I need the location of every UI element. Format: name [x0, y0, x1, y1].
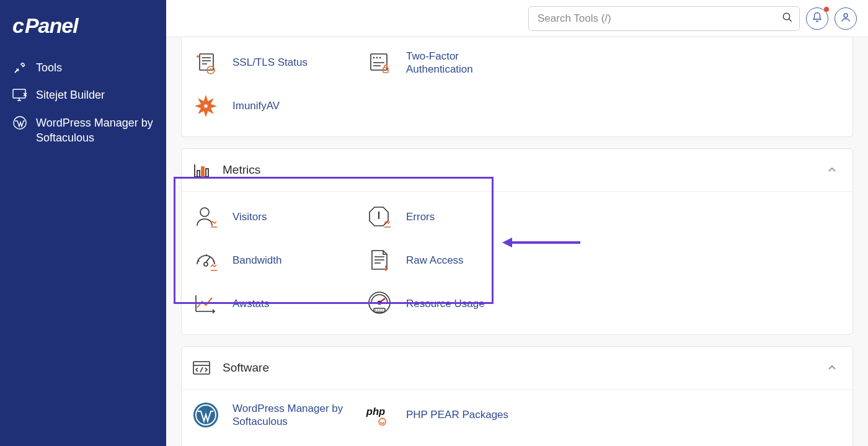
panel-header-metrics[interactable]: Metrics — [182, 149, 852, 192]
awstats-icon — [192, 290, 220, 318]
svg-rect-26 — [193, 362, 210, 374]
bell-icon — [812, 12, 823, 25]
svg-text:php: php — [366, 406, 385, 417]
tool-label: Resource Usage — [406, 297, 485, 310]
sidebar-item-label: Sitejet Builder — [36, 87, 105, 102]
brand-logo[interactable]: cPanel — [12, 14, 154, 38]
svg-point-20 — [200, 208, 209, 216]
account-button[interactable] — [835, 7, 857, 30]
tool-visitors[interactable]: Visitors — [192, 197, 365, 238]
two-factor-icon — [365, 48, 394, 77]
tool-two-factor[interactable]: Two-Factor Authentication — [365, 42, 539, 83]
svg-point-24 — [378, 301, 381, 305]
chevron-up-icon[interactable] — [826, 362, 838, 373]
tool-optimize-website[interactable]: Optimize Website — [192, 438, 365, 446]
tool-raw-access[interactable]: Raw Access — [365, 240, 539, 281]
tool-label: Bandwidth — [232, 254, 281, 267]
tool-resource-usage[interactable]: Resource Usage — [365, 283, 539, 324]
notification-dot — [824, 7, 829, 12]
tool-label: Two-Factor Authentication — [406, 50, 518, 76]
main-content: SSL/TLS Status Two-Factor Authentication — [166, 37, 868, 446]
svg-rect-5 — [200, 54, 213, 70]
bandwidth-icon — [192, 246, 220, 275]
panel-header-software[interactable]: Software — [182, 347, 852, 390]
tool-php-pear[interactable]: php PHP PEAR Packages — [365, 395, 539, 435]
svg-rect-19 — [206, 169, 208, 177]
tool-label: Raw Access — [406, 254, 464, 267]
panel-title: Software — [223, 361, 815, 375]
sidebar-item-label: Tools — [36, 60, 62, 75]
svg-point-4 — [844, 14, 848, 17]
search-icon[interactable] — [782, 12, 793, 25]
svg-point-22 — [204, 262, 208, 266]
wrench-icon — [12, 60, 27, 75]
search-box[interactable] — [528, 6, 800, 31]
svg-rect-1 — [13, 89, 25, 98]
sidebar-item-tools[interactable]: Tools — [12, 54, 154, 81]
sidebar: cPanel Tools Sitejet Builder — [0, 0, 166, 446]
bar-chart-icon — [192, 160, 211, 180]
errors-icon — [365, 203, 394, 231]
tool-ssl-tls-status[interactable]: SSL/TLS Status — [192, 42, 365, 83]
svg-rect-17 — [197, 171, 200, 177]
tool-label: SSL/TLS Status — [232, 56, 308, 69]
tool-label: WordPress Manager by Softaculous — [232, 402, 344, 429]
monitor-icon — [12, 87, 27, 102]
sidebar-item-sitejet[interactable]: Sitejet Builder — [12, 81, 154, 109]
tool-errors[interactable]: Errors — [365, 197, 539, 238]
code-window-icon — [192, 358, 211, 378]
svg-rect-18 — [202, 167, 204, 177]
panel-metrics: Metrics Visitors — [181, 148, 853, 335]
notifications-button[interactable] — [806, 7, 828, 30]
tool-label: Awstats — [232, 297, 269, 310]
raw-access-icon — [365, 246, 394, 275]
wordpress-icon — [12, 115, 27, 130]
user-icon — [840, 12, 851, 25]
visitors-icon — [192, 203, 220, 231]
tool-awstats[interactable]: Awstats — [192, 283, 365, 324]
panel-software: Software WordPress Manager by Softaculou… — [181, 346, 853, 446]
tool-label: ImunifyAV — [232, 99, 280, 112]
sidebar-item-label: WordPress Manager by Softaculous — [36, 115, 154, 146]
panel-security: SSL/TLS Status Two-Factor Authentication — [181, 37, 853, 137]
panel-title: Metrics — [223, 163, 815, 177]
tool-imunifyav[interactable]: ImunifyAV — [192, 86, 365, 127]
tool-label: Errors — [406, 210, 435, 223]
imunify-icon — [192, 92, 220, 120]
tool-application-manager[interactable]: Application Manager — [365, 438, 539, 446]
tool-bandwidth[interactable]: Bandwidth — [192, 240, 365, 281]
tool-label: PHP PEAR Packages — [406, 408, 508, 421]
ssl-status-icon — [192, 48, 220, 77]
svg-point-3 — [783, 13, 790, 20]
tool-wordpress-manager[interactable]: WordPress Manager by Softaculous — [192, 395, 365, 435]
chevron-up-icon[interactable] — [826, 164, 838, 176]
wordpress-icon — [192, 401, 220, 429]
resource-usage-icon — [365, 290, 394, 318]
sidebar-item-wordpress[interactable]: WordPress Manager by Softaculous — [12, 109, 154, 152]
tool-label: Visitors — [232, 210, 267, 223]
topbar — [166, 0, 868, 37]
search-input[interactable] — [538, 12, 777, 25]
php-icon: php — [365, 401, 394, 429]
